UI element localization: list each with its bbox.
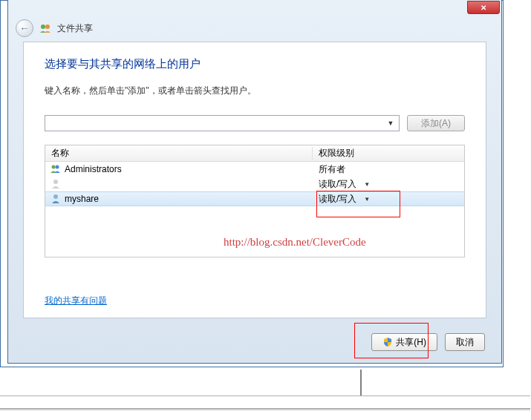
svg-point-3 (56, 165, 59, 169)
svg-point-5 (53, 194, 58, 199)
share-button-label: 共享(H) (396, 336, 426, 349)
permission-cell: 读取/写入 (319, 193, 356, 206)
window-title: 文件共享 (57, 22, 93, 35)
file-sharing-dialog: ✕ ← 文件共享 选择要与其共享的网络上的用户 键入名称，然后单击"添加"，或者… (7, 0, 502, 364)
content-panel: 选择要与其共享的网络上的用户 键入名称，然后单击"添加"，或者单击箭头查找用户。… (23, 42, 486, 318)
user-name-cell: myshare (65, 194, 99, 204)
user-icon (50, 193, 62, 205)
user-name-input[interactable] (50, 118, 384, 128)
title-bar: ✕ (467, 0, 501, 14)
column-header-name[interactable]: 名称 (45, 147, 313, 160)
close-icon: ✕ (480, 4, 486, 12)
close-button[interactable]: ✕ (467, 1, 500, 14)
table-row[interactable]: myshare 读取/写入 ▼ (45, 191, 464, 206)
user-name-cell: Administrators (65, 164, 122, 174)
cancel-button[interactable]: 取消 (445, 333, 485, 351)
instruction-text: 键入名称，然后单击"添加"，或者单击箭头查找用户。 (45, 85, 465, 97)
nav-bar: ← 文件共享 (8, 15, 501, 42)
button-bar: 共享(H) 取消 (371, 333, 485, 351)
user-icon (50, 178, 62, 190)
user-name-combo[interactable]: ▼ (45, 115, 400, 131)
table-row[interactable]: Administrators 所有者 (45, 162, 464, 177)
table-header: 名称 权限级别 (45, 145, 464, 162)
svg-point-0 (41, 24, 45, 29)
add-user-row: ▼ 添加(A) (45, 115, 465, 131)
watermark-text: http://blog.csdn.net/CleverCode (224, 236, 366, 249)
chevron-down-icon[interactable]: ▼ (364, 196, 370, 203)
column-header-permission[interactable]: 权限级别 (313, 147, 464, 160)
table-body: Administrators 所有者 (45, 162, 464, 206)
chevron-down-icon[interactable]: ▼ (364, 181, 370, 188)
shield-icon (382, 337, 393, 347)
add-button[interactable]: 添加(A) (407, 115, 465, 131)
group-icon (50, 163, 62, 175)
permission-cell: 读取/写入 (319, 178, 356, 191)
back-arrow-icon: ← (19, 22, 30, 34)
file-sharing-icon (39, 22, 51, 34)
help-link[interactable]: 我的共享有问题 (45, 295, 107, 307)
svg-point-1 (45, 24, 50, 29)
back-button[interactable]: ← (16, 19, 33, 37)
permission-cell: 所有者 (319, 163, 345, 176)
main-heading: 选择要与其共享的网络上的用户 (45, 57, 465, 71)
svg-point-4 (53, 180, 58, 184)
share-button[interactable]: 共享(H) (371, 333, 437, 351)
chevron-down-icon[interactable]: ▼ (384, 119, 397, 127)
table-row[interactable]: 读取/写入 ▼ (45, 177, 464, 191)
svg-point-2 (52, 165, 56, 169)
